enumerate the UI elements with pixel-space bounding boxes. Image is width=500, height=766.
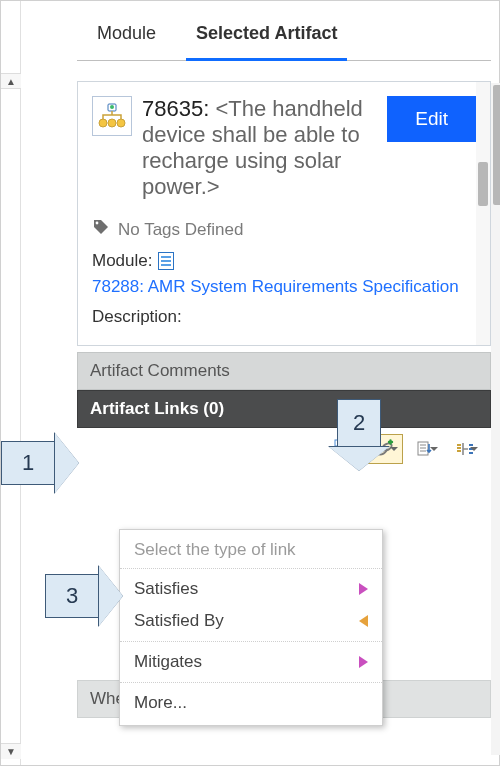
scroll-up-button[interactable]: ▲ xyxy=(1,73,21,89)
svg-point-2 xyxy=(99,119,107,127)
description-label: Description: xyxy=(92,307,476,327)
tabs: Module Selected Artifact xyxy=(77,7,491,61)
link-type-satisfies-label: Satisfies xyxy=(134,579,198,599)
document-icon xyxy=(158,252,174,270)
svg-point-4 xyxy=(117,119,125,127)
link-type-satisfied-by-label: Satisfied By xyxy=(134,611,224,631)
scroll-down-button[interactable]: ▼ xyxy=(1,743,21,759)
filter-links-button[interactable] xyxy=(445,434,483,464)
tags-none-label: No Tags Defined xyxy=(118,220,243,240)
link-type-more-label: More... xyxy=(134,693,187,713)
artifact-details: 78635: <The handheld device shall be abl… xyxy=(77,81,491,346)
link-type-mitigates[interactable]: Mitigates xyxy=(120,646,382,678)
detail-scrollbar[interactable] xyxy=(476,82,490,345)
module-label: Module: xyxy=(92,251,152,271)
submenu-arrow-icon xyxy=(359,656,368,668)
callout-1: 1 xyxy=(1,433,79,493)
section-artifact-links[interactable]: Artifact Links (0) xyxy=(77,390,491,428)
module-link[interactable]: 78288: AMR System Requirements Specifica… xyxy=(92,277,459,297)
link-type-more[interactable]: More... xyxy=(120,687,382,719)
edit-button[interactable]: Edit xyxy=(387,96,476,142)
tag-icon xyxy=(92,218,110,241)
left-rail: ▲ ▼ xyxy=(1,1,21,765)
tab-selected-artifact[interactable]: Selected Artifact xyxy=(176,7,357,60)
svg-point-1 xyxy=(110,105,114,109)
artifact-id: 78635: xyxy=(142,96,209,121)
callout-1-label: 1 xyxy=(1,441,55,485)
artifact-type-icon xyxy=(92,96,132,136)
links-toolbar xyxy=(77,428,491,470)
svg-point-5 xyxy=(96,222,99,225)
sort-links-button[interactable] xyxy=(405,434,443,464)
callout-3-label: 3 xyxy=(45,574,99,618)
link-type-satisfies[interactable]: Satisfies xyxy=(120,573,382,605)
artifact-title: 78635: <The handheld device shall be abl… xyxy=(142,96,377,200)
panel-scrollbar[interactable] xyxy=(491,83,500,755)
link-type-menu: Select the type of link Satisfies Satisf… xyxy=(119,529,383,726)
tab-module[interactable]: Module xyxy=(77,7,176,60)
link-type-mitigates-label: Mitigates xyxy=(134,652,202,672)
submenu-arrow-icon xyxy=(359,615,368,627)
link-type-satisfied-by[interactable]: Satisfied By xyxy=(120,605,382,637)
section-artifact-comments[interactable]: Artifact Comments xyxy=(77,352,491,390)
link-type-menu-header: Select the type of link xyxy=(120,530,382,569)
callout-2: 2 xyxy=(329,399,389,471)
callout-2-label: 2 xyxy=(337,399,381,447)
callout-3: 3 xyxy=(45,566,123,626)
svg-point-3 xyxy=(108,119,116,127)
tags-row: No Tags Defined xyxy=(92,218,476,241)
submenu-arrow-icon xyxy=(359,583,368,595)
